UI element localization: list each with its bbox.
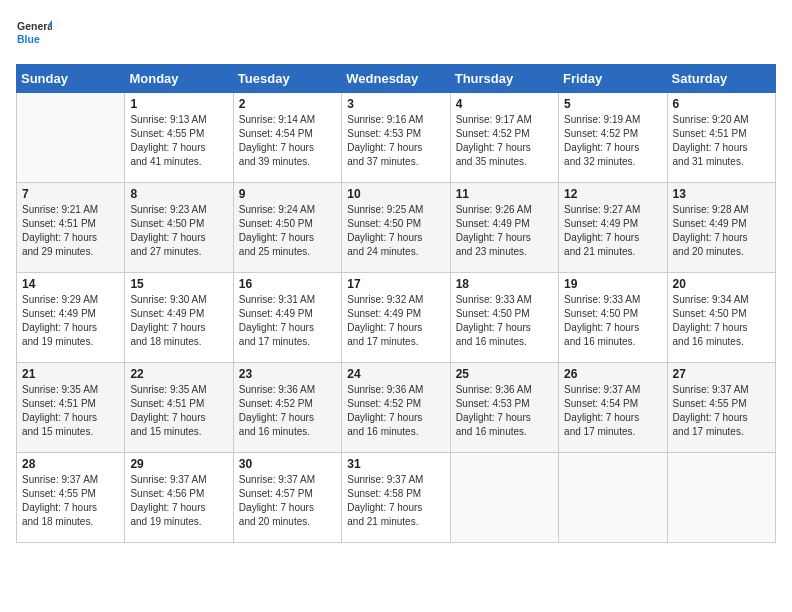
day-info: Sunrise: 9:37 AM Sunset: 4:54 PM Dayligh… (564, 383, 661, 439)
day-info: Sunrise: 9:25 AM Sunset: 4:50 PM Dayligh… (347, 203, 444, 259)
day-cell (559, 453, 667, 543)
day-cell: 21Sunrise: 9:35 AM Sunset: 4:51 PM Dayli… (17, 363, 125, 453)
day-info: Sunrise: 9:19 AM Sunset: 4:52 PM Dayligh… (564, 113, 661, 169)
week-row-5: 28Sunrise: 9:37 AM Sunset: 4:55 PM Dayli… (17, 453, 776, 543)
day-cell: 12Sunrise: 9:27 AM Sunset: 4:49 PM Dayli… (559, 183, 667, 273)
day-cell: 30Sunrise: 9:37 AM Sunset: 4:57 PM Dayli… (233, 453, 341, 543)
day-info: Sunrise: 9:30 AM Sunset: 4:49 PM Dayligh… (130, 293, 227, 349)
day-number: 17 (347, 277, 444, 291)
day-number: 12 (564, 187, 661, 201)
day-cell: 2Sunrise: 9:14 AM Sunset: 4:54 PM Daylig… (233, 93, 341, 183)
day-cell: 18Sunrise: 9:33 AM Sunset: 4:50 PM Dayli… (450, 273, 558, 363)
col-header-wednesday: Wednesday (342, 65, 450, 93)
day-info: Sunrise: 9:14 AM Sunset: 4:54 PM Dayligh… (239, 113, 336, 169)
svg-text:General: General (17, 20, 52, 32)
col-header-monday: Monday (125, 65, 233, 93)
day-number: 16 (239, 277, 336, 291)
day-info: Sunrise: 9:37 AM Sunset: 4:57 PM Dayligh… (239, 473, 336, 529)
day-info: Sunrise: 9:32 AM Sunset: 4:49 PM Dayligh… (347, 293, 444, 349)
day-info: Sunrise: 9:36 AM Sunset: 4:53 PM Dayligh… (456, 383, 553, 439)
day-cell: 9Sunrise: 9:24 AM Sunset: 4:50 PM Daylig… (233, 183, 341, 273)
day-cell: 15Sunrise: 9:30 AM Sunset: 4:49 PM Dayli… (125, 273, 233, 363)
col-header-saturday: Saturday (667, 65, 775, 93)
day-cell: 7Sunrise: 9:21 AM Sunset: 4:51 PM Daylig… (17, 183, 125, 273)
day-info: Sunrise: 9:20 AM Sunset: 4:51 PM Dayligh… (673, 113, 770, 169)
day-info: Sunrise: 9:35 AM Sunset: 4:51 PM Dayligh… (22, 383, 119, 439)
week-row-2: 7Sunrise: 9:21 AM Sunset: 4:51 PM Daylig… (17, 183, 776, 273)
day-info: Sunrise: 9:33 AM Sunset: 4:50 PM Dayligh… (564, 293, 661, 349)
day-cell: 5Sunrise: 9:19 AM Sunset: 4:52 PM Daylig… (559, 93, 667, 183)
day-cell: 1Sunrise: 9:13 AM Sunset: 4:55 PM Daylig… (125, 93, 233, 183)
day-info: Sunrise: 9:35 AM Sunset: 4:51 PM Dayligh… (130, 383, 227, 439)
day-cell: 26Sunrise: 9:37 AM Sunset: 4:54 PM Dayli… (559, 363, 667, 453)
calendar-table: SundayMondayTuesdayWednesdayThursdayFrid… (16, 64, 776, 543)
col-header-tuesday: Tuesday (233, 65, 341, 93)
svg-text:Blue: Blue (17, 33, 40, 45)
day-number: 31 (347, 457, 444, 471)
day-cell: 11Sunrise: 9:26 AM Sunset: 4:49 PM Dayli… (450, 183, 558, 273)
day-number: 26 (564, 367, 661, 381)
day-info: Sunrise: 9:37 AM Sunset: 4:56 PM Dayligh… (130, 473, 227, 529)
day-number: 3 (347, 97, 444, 111)
day-cell: 31Sunrise: 9:37 AM Sunset: 4:58 PM Dayli… (342, 453, 450, 543)
day-info: Sunrise: 9:23 AM Sunset: 4:50 PM Dayligh… (130, 203, 227, 259)
day-cell: 8Sunrise: 9:23 AM Sunset: 4:50 PM Daylig… (125, 183, 233, 273)
day-info: Sunrise: 9:31 AM Sunset: 4:49 PM Dayligh… (239, 293, 336, 349)
day-cell: 19Sunrise: 9:33 AM Sunset: 4:50 PM Dayli… (559, 273, 667, 363)
day-info: Sunrise: 9:37 AM Sunset: 4:55 PM Dayligh… (673, 383, 770, 439)
day-cell: 14Sunrise: 9:29 AM Sunset: 4:49 PM Dayli… (17, 273, 125, 363)
day-info: Sunrise: 9:13 AM Sunset: 4:55 PM Dayligh… (130, 113, 227, 169)
day-info: Sunrise: 9:28 AM Sunset: 4:49 PM Dayligh… (673, 203, 770, 259)
day-cell: 22Sunrise: 9:35 AM Sunset: 4:51 PM Dayli… (125, 363, 233, 453)
day-cell: 4Sunrise: 9:17 AM Sunset: 4:52 PM Daylig… (450, 93, 558, 183)
day-info: Sunrise: 9:27 AM Sunset: 4:49 PM Dayligh… (564, 203, 661, 259)
day-cell: 16Sunrise: 9:31 AM Sunset: 4:49 PM Dayli… (233, 273, 341, 363)
day-cell: 3Sunrise: 9:16 AM Sunset: 4:53 PM Daylig… (342, 93, 450, 183)
day-number: 14 (22, 277, 119, 291)
day-number: 24 (347, 367, 444, 381)
day-number: 22 (130, 367, 227, 381)
day-number: 25 (456, 367, 553, 381)
day-cell: 23Sunrise: 9:36 AM Sunset: 4:52 PM Dayli… (233, 363, 341, 453)
day-number: 27 (673, 367, 770, 381)
day-number: 9 (239, 187, 336, 201)
day-info: Sunrise: 9:37 AM Sunset: 4:55 PM Dayligh… (22, 473, 119, 529)
day-info: Sunrise: 9:37 AM Sunset: 4:58 PM Dayligh… (347, 473, 444, 529)
day-info: Sunrise: 9:16 AM Sunset: 4:53 PM Dayligh… (347, 113, 444, 169)
day-info: Sunrise: 9:34 AM Sunset: 4:50 PM Dayligh… (673, 293, 770, 349)
day-number: 23 (239, 367, 336, 381)
day-cell (450, 453, 558, 543)
day-number: 10 (347, 187, 444, 201)
day-number: 4 (456, 97, 553, 111)
day-number: 5 (564, 97, 661, 111)
day-info: Sunrise: 9:24 AM Sunset: 4:50 PM Dayligh… (239, 203, 336, 259)
col-header-sunday: Sunday (17, 65, 125, 93)
day-cell: 25Sunrise: 9:36 AM Sunset: 4:53 PM Dayli… (450, 363, 558, 453)
day-cell: 6Sunrise: 9:20 AM Sunset: 4:51 PM Daylig… (667, 93, 775, 183)
day-number: 20 (673, 277, 770, 291)
day-cell: 27Sunrise: 9:37 AM Sunset: 4:55 PM Dayli… (667, 363, 775, 453)
logo: General Blue (16, 16, 52, 52)
day-number: 29 (130, 457, 227, 471)
day-number: 8 (130, 187, 227, 201)
week-row-4: 21Sunrise: 9:35 AM Sunset: 4:51 PM Dayli… (17, 363, 776, 453)
day-cell: 20Sunrise: 9:34 AM Sunset: 4:50 PM Dayli… (667, 273, 775, 363)
day-number: 18 (456, 277, 553, 291)
day-number: 13 (673, 187, 770, 201)
day-info: Sunrise: 9:29 AM Sunset: 4:49 PM Dayligh… (22, 293, 119, 349)
day-cell: 13Sunrise: 9:28 AM Sunset: 4:49 PM Dayli… (667, 183, 775, 273)
day-cell (667, 453, 775, 543)
day-number: 7 (22, 187, 119, 201)
col-header-friday: Friday (559, 65, 667, 93)
day-cell: 17Sunrise: 9:32 AM Sunset: 4:49 PM Dayli… (342, 273, 450, 363)
day-cell: 10Sunrise: 9:25 AM Sunset: 4:50 PM Dayli… (342, 183, 450, 273)
day-info: Sunrise: 9:36 AM Sunset: 4:52 PM Dayligh… (239, 383, 336, 439)
day-info: Sunrise: 9:17 AM Sunset: 4:52 PM Dayligh… (456, 113, 553, 169)
day-number: 11 (456, 187, 553, 201)
day-number: 1 (130, 97, 227, 111)
day-number: 28 (22, 457, 119, 471)
header-row: SundayMondayTuesdayWednesdayThursdayFrid… (17, 65, 776, 93)
day-info: Sunrise: 9:36 AM Sunset: 4:52 PM Dayligh… (347, 383, 444, 439)
day-number: 30 (239, 457, 336, 471)
day-info: Sunrise: 9:33 AM Sunset: 4:50 PM Dayligh… (456, 293, 553, 349)
